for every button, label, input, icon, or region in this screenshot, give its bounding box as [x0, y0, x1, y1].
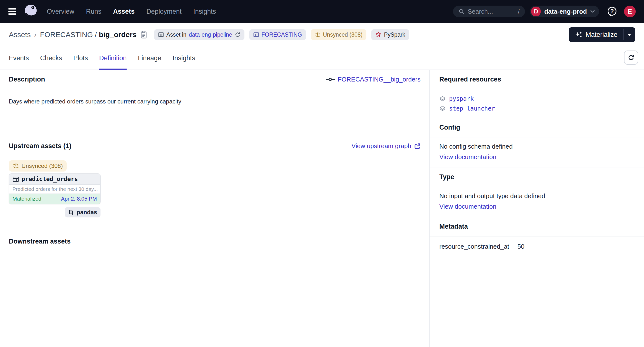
- materialize-options-button[interactable]: [624, 27, 635, 42]
- upstream-sync-badge: Unsynced (308): [9, 160, 66, 172]
- upstream-asset-status-row: Materialized Apr 2, 8:05 PM: [9, 194, 100, 204]
- required-resources-title: Required resources: [439, 76, 501, 83]
- tab-lineage[interactable]: Lineage: [138, 46, 161, 70]
- svg-text:?: ?: [610, 8, 614, 14]
- description-text: Days where predicted orders surpass our …: [0, 89, 429, 136]
- dagster-logo[interactable]: [24, 4, 38, 19]
- pandas-kind-label: pandas: [76, 209, 97, 216]
- materialize-split-button: Materialize: [569, 27, 635, 42]
- top-nav: Overview Runs Assets Deployment Insights…: [0, 0, 644, 23]
- op-name[interactable]: FORECASTING__big_orders: [338, 76, 420, 83]
- refresh-page-button[interactable]: [624, 50, 638, 65]
- deployment-switcher[interactable]: D data-eng-prod: [530, 6, 599, 17]
- op-link[interactable]: FORECASTING__big_orders: [326, 76, 420, 83]
- metadata-row: resource_constrained_at 50: [439, 243, 634, 250]
- deployment-name: data-eng-prod: [544, 8, 587, 15]
- resource-row: pyspark: [439, 95, 634, 103]
- search-shortcut-hint: /: [518, 8, 520, 15]
- tab-events[interactable]: Events: [9, 46, 29, 70]
- metadata-key: resource_constrained_at: [439, 243, 518, 250]
- definition-content: Description FORECASTING__big_orders Days…: [0, 70, 644, 347]
- op-icon: [326, 77, 335, 82]
- definition-main: Description FORECASTING__big_orders Days…: [0, 70, 429, 347]
- asset-group-icon: [253, 32, 259, 38]
- sparkles-icon: [575, 31, 582, 38]
- upstream-sync-label: Unsynced (308): [22, 162, 63, 169]
- tab-plots[interactable]: Plots: [74, 46, 88, 70]
- help-button[interactable]: ?: [606, 6, 618, 17]
- required-resources-section: Required resources pyspark step_launcher: [430, 70, 644, 118]
- pipeline-link[interactable]: data-eng-pipeline: [189, 32, 232, 38]
- pandas-icon: [68, 209, 74, 215]
- description-title: Description: [9, 76, 45, 83]
- config-view-documentation-link[interactable]: View documentation: [439, 153, 496, 160]
- pipeline-tag-prefix: Asset in: [166, 32, 186, 38]
- upstream-title: Upstream assets (1): [9, 142, 72, 150]
- config-title: Config: [439, 124, 460, 131]
- materialized-status: Materialized: [12, 196, 42, 202]
- search-icon: [458, 8, 465, 15]
- metadata-title: Metadata: [439, 223, 468, 230]
- breadcrumb-slash: /: [95, 30, 97, 39]
- search-input[interactable]: [468, 8, 515, 15]
- user-avatar[interactable]: E: [624, 6, 636, 17]
- refresh-icon[interactable]: [235, 32, 240, 38]
- table-icon: [12, 176, 19, 182]
- breadcrumb-assets-link[interactable]: Assets: [9, 30, 31, 39]
- view-upstream-graph-link[interactable]: View upstream graph: [352, 142, 420, 150]
- resource-link-step-launcher[interactable]: step_launcher: [449, 105, 495, 112]
- group-tag[interactable]: FORECASTING: [249, 29, 306, 40]
- primary-nav: Overview Runs Assets Deployment Insights: [47, 8, 216, 15]
- sync-status-tag[interactable]: Unsynced (308): [311, 29, 366, 40]
- pandas-kind-tag[interactable]: pandas: [65, 207, 100, 218]
- compute-kind-label: PySpark: [384, 32, 405, 38]
- upstream-asset-description: Predicted orders for the next 30 day...: [9, 185, 100, 194]
- downstream-section: Downstream assets: [0, 232, 429, 251]
- config-section: Config No config schema defined View doc…: [430, 118, 644, 168]
- config-empty-message: No config schema defined: [439, 143, 634, 150]
- question-mark-icon: ?: [606, 6, 618, 17]
- upstream-asset-card[interactable]: predicted_orders Predicted orders for th…: [9, 174, 100, 204]
- pipeline-tag[interactable]: Asset in data-eng-pipeline: [154, 29, 244, 40]
- nav-item-assets[interactable]: Assets: [113, 8, 135, 15]
- pyspark-icon: [375, 32, 382, 38]
- refresh-icon: [628, 54, 634, 61]
- metadata-section: Metadata resource_constrained_at 50: [430, 217, 644, 257]
- caret-down-icon: [627, 34, 632, 36]
- upstream-section: Upstream assets (1) View upstream graph: [0, 136, 429, 232]
- nav-item-overview[interactable]: Overview: [47, 8, 74, 15]
- clipboard-icon: [140, 30, 147, 39]
- materialize-button[interactable]: Materialize: [569, 27, 623, 42]
- hamburger-menu-icon[interactable]: [8, 6, 19, 17]
- materialized-timestamp-link[interactable]: Apr 2, 8:05 PM: [61, 196, 97, 202]
- nav-item-deployment[interactable]: Deployment: [146, 8, 182, 15]
- breadcrumb-separator: ›: [34, 30, 36, 39]
- resource-layers-icon: [439, 96, 446, 102]
- view-upstream-graph-label[interactable]: View upstream graph: [352, 142, 411, 150]
- tab-insights[interactable]: Insights: [172, 46, 195, 70]
- breadcrumb-group[interactable]: FORECASTING: [40, 30, 93, 39]
- search-box[interactable]: /: [453, 6, 525, 17]
- type-title: Type: [439, 173, 454, 180]
- type-view-documentation-link[interactable]: View documentation: [439, 203, 496, 210]
- copy-asset-name-button[interactable]: [140, 30, 147, 39]
- resource-row: step_launcher: [439, 104, 634, 113]
- unsynced-icon: [13, 163, 19, 169]
- breadcrumb: Assets › FORECASTING / big_orders: [9, 30, 136, 39]
- tab-checks[interactable]: Checks: [40, 46, 62, 70]
- upstream-asset-name[interactable]: predicted_orders: [22, 176, 78, 182]
- dagster-octopus-icon: [24, 4, 38, 19]
- metadata-value: 50: [518, 243, 524, 250]
- sync-status-label: Unsynced (308): [323, 32, 362, 38]
- group-tag-label: FORECASTING: [262, 32, 302, 38]
- asset-page-header: Assets › FORECASTING / big_orders Asset …: [0, 23, 644, 46]
- resource-layers-icon: [439, 106, 446, 112]
- downstream-title: Downstream assets: [9, 238, 71, 245]
- compute-kind-tag[interactable]: PySpark: [371, 29, 409, 40]
- nav-item-insights[interactable]: Insights: [193, 8, 216, 15]
- deployment-badge: D: [531, 6, 541, 16]
- nav-item-runs[interactable]: Runs: [86, 8, 102, 15]
- asset-tabs: Events Checks Plots Definition Lineage I…: [0, 46, 644, 70]
- resource-link-pyspark[interactable]: pyspark: [449, 96, 474, 102]
- tab-definition[interactable]: Definition: [99, 46, 127, 70]
